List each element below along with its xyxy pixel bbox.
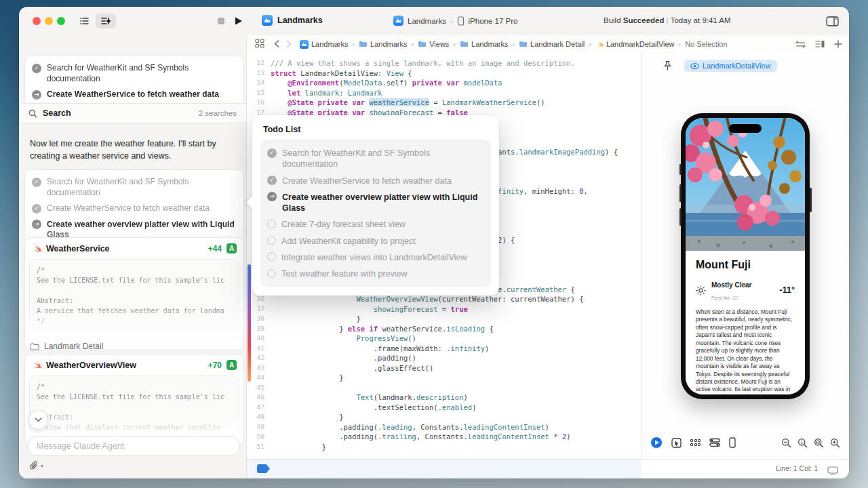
minimize-window-button[interactable] (45, 17, 53, 25)
zoom-100-button[interactable]: 1 (797, 438, 808, 448)
file-card-weatheroverviewview[interactable]: WeatherOverviewView +70 A /*See the LICE… (24, 354, 244, 445)
breadcrumb-item[interactable]: LandmarkDetailView (595, 40, 675, 48)
arrow-circle-icon: → (32, 220, 41, 229)
breadcrumb-item[interactable]: No Selection (685, 40, 727, 48)
accepted-badge: A (226, 360, 237, 370)
related-items-icon[interactable] (255, 39, 264, 49)
chevron-separator-icon: › (679, 40, 682, 48)
variants-grid-button[interactable] (690, 439, 701, 446)
line-number[interactable]: 36 (247, 294, 271, 304)
add-editor-icon[interactable] (834, 40, 842, 48)
scheme-app-icon (393, 16, 403, 26)
zoom-fit-button[interactable] (814, 438, 824, 448)
search-icon (28, 109, 37, 118)
scheme-device-selector[interactable]: Landmarks › iPhone 17 Pro (393, 16, 517, 26)
run-button[interactable] (233, 14, 243, 28)
close-window-button[interactable] (33, 17, 41, 25)
swap-editor-icon[interactable] (795, 41, 806, 48)
code-line: 44 } (247, 373, 642, 383)
line-number[interactable]: 50 (247, 432, 271, 442)
editor-display-settings-icon[interactable] (827, 465, 838, 477)
search-tool-row[interactable]: Search 2 searches (19, 103, 246, 123)
file-card-weatherservice[interactable]: WeatherService +44 A /*See the LICENSE.t… (24, 237, 244, 350)
message-input[interactable] (27, 436, 240, 456)
todo-item-label: Create WeatherService to fetch weather d… (282, 176, 452, 186)
breadcrumb-item[interactable]: Views (418, 40, 449, 48)
line-number[interactable]: 51 (247, 442, 271, 452)
todo-item[interactable]: Test weather feature with preview (267, 266, 484, 282)
color-scheme-variants-button[interactable] (709, 438, 720, 447)
line-number[interactable]: 40 (247, 333, 271, 344)
iphone-device-icon (457, 16, 465, 26)
todo-item-label: Create 7-day forecast sheet view (281, 219, 406, 230)
scroll-to-bottom-button[interactable] (28, 410, 48, 430)
line-number[interactable]: 47 (247, 403, 271, 413)
line-number[interactable]: 37 (247, 304, 271, 314)
landmarks-app-icon (262, 15, 273, 26)
todo-item-label: Integrate weather views into LandmarkDet… (281, 252, 467, 263)
chevron-separator-icon: › (412, 40, 414, 48)
weather-platter[interactable]: Mostly ClearFeels like -11° -11° (696, 278, 795, 302)
line-number[interactable]: 48 (247, 412, 271, 422)
code-line: 49 .padding(.leading, Constants.leadingC… (247, 422, 642, 432)
todo-item-label: Create weather overview platter view wit… (282, 192, 484, 214)
claude-agent-sidebar: ✓Search for WeatherKit and SF Symbols do… (19, 35, 246, 479)
todo-item-label: Add WeatherKit capability to project (281, 236, 416, 247)
zoom-window-button[interactable] (57, 17, 65, 25)
line-number[interactable]: 49 (247, 422, 271, 432)
todo-item[interactable]: Add WeatherKit capability to project (267, 233, 484, 249)
todo-item[interactable]: →Create weather overview platter view wi… (267, 189, 484, 217)
line-number[interactable]: 43 (247, 363, 271, 373)
stop-button[interactable] (216, 14, 226, 28)
preview-target-chip[interactable]: LandmarkDetailView (684, 60, 777, 72)
todo-item[interactable]: ✓Create WeatherService to fetch weather … (267, 173, 484, 189)
line-number[interactable]: 38 (247, 314, 271, 324)
selectable-mode-button[interactable] (671, 438, 682, 448)
inspector-panel-toggle-icon[interactable] (825, 14, 840, 28)
build-status[interactable]: Build Succeeded | Today at 9:41 AM (604, 16, 731, 24)
line-number[interactable]: 13 (247, 68, 271, 79)
code-line: 13struct LandmarkDetailView: View { (247, 68, 642, 79)
claude-agent-toolbar-icon[interactable] (96, 14, 116, 28)
line-number[interactable]: 15 (247, 88, 271, 98)
landmark-description-p1: When seen at a distance, Mount Fuji pres… (696, 308, 795, 394)
line-number[interactable]: 44 (247, 373, 271, 383)
breadcrumb-item[interactable]: Landmarks (460, 40, 508, 48)
line-number[interactable]: 39 (247, 324, 271, 334)
iphone-preview-device[interactable]: Mount Fuji Mostly ClearFeels like -11° -… (681, 113, 810, 399)
go-back-icon[interactable] (274, 40, 279, 49)
device-settings-button[interactable] (729, 437, 736, 448)
line-number[interactable]: 16 (247, 98, 271, 108)
breadcrumb-item[interactable]: Landmarks (359, 40, 407, 48)
attachment-controls[interactable]: ▾ (30, 461, 43, 470)
todo-item[interactable]: Integrate weather views into LandmarkDet… (267, 249, 484, 266)
todo-item-label: Create WeatherService to fetch weather d… (47, 203, 210, 214)
live-preview-button[interactable] (650, 436, 663, 449)
line-number[interactable]: 14 (247, 78, 271, 88)
minimap-icon[interactable] (815, 40, 825, 48)
zoom-out-button[interactable] (781, 438, 791, 448)
navigator-list-icon[interactable] (77, 14, 92, 28)
line-number[interactable]: 46 (247, 392, 271, 403)
todo-item: ✓Create WeatherService to fetch weather … (32, 201, 237, 217)
line-number[interactable]: 45 (247, 383, 271, 393)
go-forward-icon[interactable] (286, 40, 292, 49)
line-number[interactable]: 41 (247, 344, 271, 354)
dynamic-island (729, 124, 762, 133)
breadcrumb-item[interactable]: Landmarks (300, 40, 348, 49)
breadcrumb-item[interactable]: Landmark Detail (519, 40, 585, 48)
code-line: 42 .padding() (247, 353, 642, 363)
code-line: 50 .padding(.trailing, Constants.leading… (247, 432, 642, 442)
focused-marker-tag[interactable] (257, 464, 270, 473)
pin-preview-icon[interactable] (663, 60, 672, 74)
check-circle-icon: ✓ (32, 178, 41, 187)
breadcrumb: Landmarks›Landmarks›Views›Landmarks›Land… (300, 40, 728, 49)
todo-item[interactable]: ✓Search for WeatherKit and SF Symbols do… (267, 145, 484, 173)
paperclip-icon (30, 461, 39, 470)
folder-icon (30, 343, 39, 350)
zoom-in-button[interactable] (830, 438, 840, 448)
line-number[interactable]: 42 (247, 353, 271, 363)
assistant-message: Now let me create the weather feature. I… (30, 138, 233, 163)
todo-item[interactable]: Create 7-day forecast sheet view (267, 216, 484, 232)
line-number[interactable]: 12 (247, 58, 271, 68)
